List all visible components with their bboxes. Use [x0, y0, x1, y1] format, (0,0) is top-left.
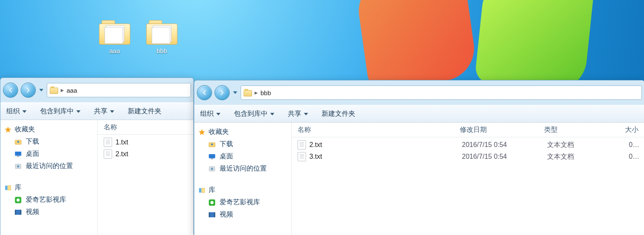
toolbar-label: 组织 — [6, 107, 20, 116]
sidebar-item-videos[interactable]: 视频 — [4, 206, 97, 218]
text-file-icon — [104, 150, 112, 159]
svg-point-16 — [211, 168, 213, 170]
toolbar-organize[interactable]: 组织 — [6, 107, 27, 116]
file-row[interactable]: 2.txt 2016/7/15 0:54 文本文档 0 KB — [292, 139, 644, 151]
toolbar-organize[interactable]: 组织 — [200, 109, 220, 118]
nav-row: ▸ bbb — [194, 80, 644, 105]
chevron-down-icon — [39, 88, 43, 92]
arrow-right-icon — [24, 86, 32, 94]
svg-rect-2 — [17, 156, 19, 157]
sidebar: 收藏夹 下载 桌面 最近访问的位置 — [0, 120, 98, 235]
file-name: 1.txt — [115, 139, 128, 146]
svg-rect-13 — [209, 154, 215, 158]
sidebar-header-libraries[interactable]: 库 — [4, 182, 97, 194]
chevron-down-icon — [22, 110, 27, 113]
desktop[interactable]: aaa bbb ▸ aaa — [0, 0, 644, 235]
sidebar-item-iqiyi[interactable]: 爱奇艺影视库 — [198, 196, 291, 208]
nav-forward-button[interactable] — [21, 83, 36, 98]
breadcrumb-separator-icon: ▸ — [255, 89, 258, 96]
sidebar-header-favorites[interactable]: 收藏夹 — [4, 123, 97, 136]
file-rows: 2.txt 2016/7/15 0:54 文本文档 0 KB 3.txt 201 — [292, 137, 644, 235]
file-list: 名称 修改日期 类型 大小 2.txt 2016/7/15 0:54 文本文 — [292, 123, 644, 235]
svg-rect-10 — [15, 210, 16, 215]
toolbar: 组织 包含到库中 共享 新建文件夹 — [0, 102, 193, 120]
svg-rect-14 — [211, 158, 213, 159]
toolbar-label: 新建文件夹 — [128, 107, 161, 116]
sidebar-item-downloads[interactable]: 下载 — [4, 136, 97, 148]
sidebar-item-recent[interactable]: 最近访问的位置 — [4, 160, 97, 172]
file-row[interactable]: 2.txt — [98, 148, 193, 160]
file-row[interactable]: 1.txt — [98, 136, 193, 148]
sidebar-label: 桌面 — [220, 152, 233, 161]
file-type: 文本文档 — [541, 152, 623, 161]
toolbar-label: 包含到库中 — [234, 109, 268, 118]
sidebar-label: 下载 — [220, 140, 233, 149]
window-body: 收藏夹 下载 桌面 最近访问的位置 — [194, 123, 644, 235]
sidebar-label: 视频 — [26, 208, 39, 216]
sidebar-header-favorites[interactable]: 收藏夹 — [198, 126, 291, 138]
desktop-folder-bbb[interactable]: bbb — [141, 20, 183, 54]
explorer-window-bbb[interactable]: ▸ bbb 组织 包含到库中 共享 新建文件夹 — [194, 80, 644, 235]
nav-history-dropdown[interactable] — [38, 83, 44, 97]
arrow-left-icon — [201, 89, 208, 96]
svg-rect-17 — [199, 188, 201, 192]
desktop-folder-aaa[interactable]: aaa — [94, 20, 136, 54]
file-date: 2016/7/15 0:54 — [456, 153, 541, 160]
arrow-left-icon — [7, 86, 14, 94]
svg-rect-5 — [5, 185, 7, 190]
svg-point-20 — [210, 201, 214, 204]
downloads-icon — [14, 138, 22, 146]
nav-forward-button[interactable] — [215, 85, 230, 100]
column-header-name[interactable]: 名称 — [98, 123, 193, 132]
libraries-icon — [4, 184, 12, 192]
sidebar-label: 爱奇艺影视库 — [220, 198, 260, 207]
sidebar-label: 视频 — [220, 210, 233, 219]
iqiyi-icon — [14, 196, 22, 204]
file-row[interactable]: 3.txt 2016/7/15 0:54 文本文档 0 KB — [292, 151, 644, 163]
svg-point-4 — [17, 165, 19, 168]
toolbar-label: 组织 — [200, 109, 214, 118]
column-header-size[interactable]: 大小 — [619, 126, 644, 134]
sidebar-item-desktop[interactable]: 桌面 — [4, 148, 97, 160]
sidebar-label: 最近访问的位置 — [26, 162, 73, 171]
breadcrumb[interactable]: ▸ aaa — [47, 83, 191, 97]
breadcrumb-segment[interactable]: aaa — [67, 87, 77, 94]
breadcrumb[interactable]: ▸ bbb — [241, 85, 642, 100]
toolbar-include-in-library[interactable]: 包含到库中 — [234, 109, 274, 118]
explorer-window-aaa[interactable]: ▸ aaa 组织 包含到库中 共享 新建文件夹 — [0, 77, 194, 235]
breadcrumb-segment[interactable]: bbb — [260, 89, 271, 96]
text-file-icon — [298, 152, 306, 161]
column-header-name[interactable]: 名称 — [292, 126, 454, 134]
toolbar-new-folder[interactable]: 新建文件夹 — [322, 109, 355, 118]
nav-back-button[interactable] — [3, 83, 18, 98]
folder-icon — [244, 89, 252, 96]
file-name: 3.txt — [309, 153, 322, 160]
sidebar-item-iqiyi[interactable]: 爱奇艺影视库 — [4, 194, 97, 206]
sidebar-item-downloads[interactable]: 下载 — [198, 138, 291, 150]
svg-point-8 — [16, 198, 20, 202]
sidebar-header-libraries[interactable]: 库 — [198, 184, 291, 196]
svg-rect-1 — [15, 152, 21, 156]
column-header-date[interactable]: 修改日期 — [454, 126, 538, 134]
sidebar-item-desktop[interactable]: 桌面 — [198, 150, 291, 163]
svg-rect-18 — [201, 188, 205, 192]
videos-icon — [14, 208, 22, 216]
text-file-icon — [298, 140, 306, 150]
window-body: 收藏夹 下载 桌面 最近访问的位置 — [0, 120, 193, 235]
text-file-icon — [104, 138, 112, 147]
toolbar-share[interactable]: 共享 — [94, 107, 114, 116]
arrow-right-icon — [218, 89, 226, 96]
folder-icon — [50, 86, 58, 94]
column-header-type[interactable]: 类型 — [538, 126, 619, 134]
file-size: 0 KB — [623, 153, 644, 160]
toolbar-new-folder[interactable]: 新建文件夹 — [128, 107, 161, 116]
svg-rect-6 — [8, 185, 11, 190]
chevron-down-icon — [233, 91, 237, 95]
sidebar-item-videos[interactable]: 视频 — [198, 208, 291, 221]
toolbar-include-in-library[interactable]: 包含到库中 — [40, 107, 80, 116]
toolbar-share[interactable]: 共享 — [288, 109, 308, 118]
sidebar-item-recent[interactable]: 最近访问的位置 — [198, 163, 291, 175]
desktop-icon — [208, 153, 216, 160]
nav-history-dropdown[interactable] — [232, 85, 238, 100]
nav-back-button[interactable] — [197, 85, 212, 100]
